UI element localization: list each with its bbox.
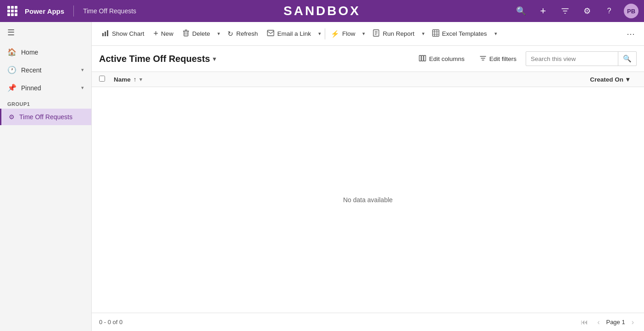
column-created-on-header[interactable]: Created On ▾ bbox=[590, 76, 637, 83]
svg-rect-11 bbox=[433, 30, 439, 36]
sidebar-item-home[interactable]: 🏠 Home bbox=[0, 43, 91, 61]
run-report-button[interactable]: Run Report bbox=[368, 27, 419, 41]
column-name-sort-icon: ↑ bbox=[133, 76, 137, 83]
svg-rect-2 bbox=[107, 30, 108, 36]
first-page-button[interactable]: ⏮ bbox=[578, 316, 591, 328]
search-input[interactable] bbox=[526, 53, 618, 65]
sidebar-entity-label: Time Off Requests bbox=[19, 113, 72, 121]
waffle-icon[interactable] bbox=[6, 4, 19, 18]
nav-left: Power Apps Time Off Requests bbox=[6, 4, 136, 18]
home-icon: 🏠 bbox=[7, 48, 17, 56]
entity-icon: ⚙ bbox=[9, 113, 15, 121]
app-name: Power Apps bbox=[25, 7, 64, 15]
edit-columns-icon bbox=[419, 55, 426, 63]
new-label: New bbox=[161, 30, 173, 37]
filter-icon[interactable] bbox=[558, 4, 572, 18]
view-title[interactable]: Active Time Off Requests ▾ bbox=[99, 54, 216, 64]
sidebar-group-label: Group1 bbox=[0, 97, 91, 109]
column-created-on-sort-icon: ▾ bbox=[626, 76, 629, 83]
content-area: Show Chart + New Delete ▾ ↻ Refresh bbox=[92, 22, 644, 331]
no-data-message: No data available bbox=[343, 196, 393, 204]
top-nav: Power Apps Time Off Requests SANDBOX 🔍 +… bbox=[0, 0, 644, 22]
excel-templates-button[interactable]: Excel Templates bbox=[427, 27, 492, 41]
more-options-button[interactable]: ⋯ bbox=[623, 26, 638, 42]
email-link-label: Email a Link bbox=[277, 30, 311, 37]
flow-button[interactable]: ⚡ Flow bbox=[326, 27, 360, 41]
sidebar-item-recent[interactable]: 🕐 Recent ▾ bbox=[0, 61, 91, 79]
svg-rect-6 bbox=[267, 30, 274, 36]
sidebar-item-pinned[interactable]: 📌 Pinned ▾ bbox=[0, 79, 91, 97]
column-created-on-label: Created On bbox=[590, 76, 623, 83]
sandbox-title: SANDBOX bbox=[283, 4, 361, 18]
svg-rect-17 bbox=[422, 55, 423, 61]
svg-rect-0 bbox=[102, 33, 104, 36]
entity-name: Time Off Requests bbox=[83, 7, 136, 15]
help-icon[interactable]: ? bbox=[602, 4, 616, 18]
search-box: 🔍 bbox=[526, 51, 637, 66]
show-chart-label: Show Chart bbox=[112, 30, 144, 37]
view-title-chevron-icon: ▾ bbox=[213, 55, 216, 62]
pinned-icon: 📌 bbox=[7, 83, 17, 92]
pagination: ⏮ ‹ Page 1 › bbox=[578, 316, 637, 328]
show-chart-icon bbox=[102, 29, 109, 38]
next-page-button[interactable]: › bbox=[629, 316, 637, 328]
excel-templates-icon bbox=[432, 29, 439, 38]
refresh-label: Refresh bbox=[236, 30, 258, 37]
delete-label: Delete bbox=[192, 30, 210, 37]
view-header: Active Time Off Requests ▾ Edit columns … bbox=[92, 46, 644, 72]
new-button[interactable]: + New bbox=[149, 26, 178, 41]
command-bar: Show Chart + New Delete ▾ ↻ Refresh bbox=[92, 22, 644, 46]
edit-columns-label: Edit columns bbox=[429, 55, 464, 62]
delete-dropdown-button[interactable]: ▾ bbox=[215, 28, 223, 39]
show-chart-button[interactable]: Show Chart bbox=[97, 27, 149, 41]
view-title-text: Active Time Off Requests bbox=[99, 54, 210, 64]
main-layout: ☰ 🏠 Home 🕐 Recent ▾ 📌 Pinned ▾ Group1 ⚙ … bbox=[0, 22, 644, 331]
flow-icon: ⚡ bbox=[331, 30, 339, 38]
delete-button[interactable]: Delete bbox=[178, 27, 215, 41]
flow-label: Flow bbox=[342, 30, 355, 37]
pinned-chevron-icon: ▾ bbox=[81, 85, 84, 91]
edit-columns-button[interactable]: Edit columns bbox=[413, 52, 470, 66]
record-count: 0 - 0 of 0 bbox=[99, 319, 122, 325]
hamburger-icon[interactable]: ☰ bbox=[0, 22, 91, 43]
cmd-separator-1 bbox=[325, 28, 325, 39]
settings-icon[interactable]: ⚙ bbox=[580, 4, 594, 18]
recent-chevron-icon: ▾ bbox=[81, 67, 84, 73]
refresh-icon: ↻ bbox=[228, 30, 233, 38]
svg-rect-18 bbox=[424, 55, 426, 61]
column-name-sort-chevron: ▾ bbox=[139, 77, 142, 83]
column-name-header[interactable]: Name ↑ ▾ bbox=[114, 76, 590, 83]
grid-footer: 0 - 0 of 0 ⏮ ‹ Page 1 › bbox=[92, 313, 644, 331]
nav-separator bbox=[73, 6, 74, 17]
email-link-dropdown-button[interactable]: ▾ bbox=[316, 28, 324, 39]
run-report-dropdown-button[interactable]: ▾ bbox=[419, 28, 427, 39]
column-name-label: Name bbox=[114, 76, 131, 83]
sidebar-recent-label: Recent bbox=[21, 66, 77, 74]
prev-page-button[interactable]: ‹ bbox=[594, 316, 602, 328]
delete-icon bbox=[183, 29, 189, 38]
search-icon[interactable]: 🔍 bbox=[514, 4, 528, 18]
refresh-button[interactable]: ↻ Refresh bbox=[223, 27, 262, 41]
edit-filters-label: Edit filters bbox=[489, 55, 516, 62]
grid-header: Name ↑ ▾ Created On ▾ bbox=[92, 72, 644, 87]
sidebar-item-time-off-requests[interactable]: ⚙ Time Off Requests bbox=[0, 109, 91, 125]
select-all-checkbox[interactable] bbox=[99, 76, 110, 83]
view-actions: Edit columns Edit filters 🔍 bbox=[413, 51, 637, 66]
new-icon: + bbox=[154, 29, 159, 39]
grid-body: No data available bbox=[92, 87, 644, 313]
sidebar-home-label: Home bbox=[21, 49, 84, 56]
edit-filters-button[interactable]: Edit filters bbox=[474, 52, 522, 66]
sidebar-pinned-label: Pinned bbox=[21, 84, 77, 92]
email-link-icon bbox=[267, 30, 274, 38]
sidebar: ☰ 🏠 Home 🕐 Recent ▾ 📌 Pinned ▾ Group1 ⚙ … bbox=[0, 22, 92, 331]
email-link-button[interactable]: Email a Link bbox=[262, 27, 316, 40]
page-label: Page 1 bbox=[606, 319, 625, 325]
flow-dropdown-button[interactable]: ▾ bbox=[360, 28, 368, 39]
edit-filters-icon bbox=[479, 55, 487, 63]
search-submit-button[interactable]: 🔍 bbox=[618, 52, 636, 66]
add-icon[interactable]: + bbox=[536, 4, 550, 18]
avatar[interactable]: PB bbox=[624, 4, 638, 18]
svg-rect-1 bbox=[105, 32, 106, 36]
excel-templates-dropdown-button[interactable]: ▾ bbox=[492, 28, 500, 39]
run-report-label: Run Report bbox=[383, 30, 414, 37]
